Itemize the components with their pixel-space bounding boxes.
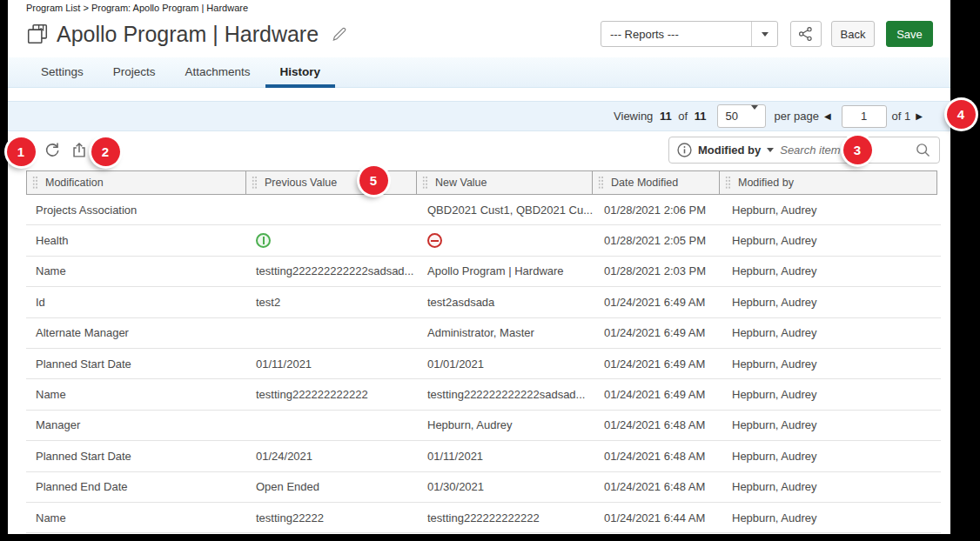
page-size-select[interactable]: 50 bbox=[717, 104, 766, 128]
drag-handle-icon[interactable] bbox=[725, 176, 731, 190]
cell-by: Hepburn, Audrey bbox=[722, 388, 941, 401]
annotation-callout-4: 4 bbox=[947, 100, 976, 129]
refresh-button[interactable] bbox=[43, 141, 62, 160]
cell-by: Hepburn, Audrey bbox=[722, 296, 941, 309]
cell-modification: Alternate Manager bbox=[26, 326, 246, 339]
cell-modification: Id bbox=[26, 296, 246, 309]
reports-dropdown[interactable]: --- Reports --- bbox=[601, 21, 778, 47]
cell-new: test2asdsada bbox=[418, 296, 594, 309]
cell-new: 01/01/2021 bbox=[418, 357, 594, 371]
per-page-label: per page bbox=[775, 110, 819, 123]
cell-modification: Planned Start Date bbox=[26, 450, 246, 463]
table-row: Health01/28/2021 2:05 PMHepburn, Audrey bbox=[26, 225, 941, 256]
column-header-previous-value[interactable]: Previous Value bbox=[245, 170, 417, 195]
export-button[interactable] bbox=[70, 141, 89, 160]
export-icon bbox=[70, 141, 89, 160]
next-page-button[interactable]: ▶ bbox=[910, 111, 928, 121]
tab-attachments[interactable]: Attachments bbox=[171, 57, 265, 88]
search-field-dropdown[interactable]: Modified by bbox=[698, 144, 761, 157]
cell-new: 01/11/2021 bbox=[418, 450, 594, 463]
cell-previous: Open Ended bbox=[246, 480, 418, 493]
annotation-callout-1: 1 bbox=[7, 137, 36, 166]
drag-handle-icon[interactable] bbox=[598, 176, 604, 190]
cell-modification: Planned End Date bbox=[26, 480, 246, 493]
tab-history[interactable]: History bbox=[265, 57, 336, 88]
chevron-down-icon bbox=[751, 105, 758, 123]
tab-settings[interactable]: Settings bbox=[26, 57, 98, 88]
drag-handle-icon[interactable] bbox=[252, 176, 258, 190]
table-row: Nametestting222222222222testting22222222… bbox=[26, 379, 941, 410]
cell-date: 01/24/2021 6:49 AM bbox=[594, 296, 722, 309]
back-button[interactable]: Back bbox=[831, 21, 875, 47]
table-row: Projects AssociationQBD2021 Cust1, QBD20… bbox=[26, 195, 941, 225]
cell-previous: testting22222 bbox=[246, 511, 418, 524]
save-button[interactable]: Save bbox=[886, 21, 933, 47]
cell-modification: Manager bbox=[26, 418, 246, 431]
cell-date: 01/24/2021 6:48 AM bbox=[594, 480, 722, 493]
column-header-modification[interactable]: Modification bbox=[26, 170, 246, 195]
share-button[interactable] bbox=[790, 21, 822, 47]
program-icon bbox=[26, 23, 49, 45]
cell-new: testting222222222222 bbox=[418, 511, 594, 524]
cell-new: 01/30/2021 bbox=[418, 480, 594, 493]
table-header: Modification Previous Value New Value Da… bbox=[26, 170, 941, 195]
cell-previous: testting222222222222 bbox=[246, 388, 418, 401]
cell-previous: 01/24/2021 bbox=[246, 450, 418, 463]
cell-by: Hepburn, Audrey bbox=[722, 204, 941, 217]
cell-new: QBD2021 Cust1, QBD2021 Cu... bbox=[418, 204, 594, 217]
viewing-text: Viewing 11 of 11 bbox=[614, 110, 710, 123]
column-header-new-value[interactable]: New Value bbox=[416, 170, 593, 195]
health-blocked-icon bbox=[427, 233, 442, 248]
page-size-value: 50 bbox=[718, 110, 751, 123]
cell-by: Hepburn, Audrey bbox=[722, 511, 941, 524]
cell-new: testting222222222222sadsad... bbox=[418, 388, 594, 401]
cell-previous: testting222222222222sadsad... bbox=[246, 264, 418, 277]
drag-handle-icon[interactable] bbox=[422, 176, 428, 190]
table-row: Idtest2test2asdsada01/24/2021 6:49 AMHep… bbox=[26, 287, 941, 317]
breadcrumb[interactable]: Program List > Program: Apollo Program |… bbox=[26, 3, 248, 13]
share-icon bbox=[797, 25, 815, 43]
cell-by: Hepburn, Audrey bbox=[722, 450, 941, 463]
cell-date: 01/24/2021 6:49 AM bbox=[594, 326, 722, 339]
search-box: Modified by bbox=[668, 137, 940, 164]
cell-new bbox=[418, 233, 594, 248]
prev-page-button[interactable]: ◀ bbox=[819, 111, 836, 121]
table-row: Planned Start Date01/24/202101/11/202101… bbox=[26, 441, 941, 471]
drag-handle-icon[interactable] bbox=[32, 176, 38, 190]
refresh-icon bbox=[43, 141, 62, 160]
cell-new: Administrator, Master bbox=[418, 326, 594, 339]
cell-date: 01/28/2021 2:06 PM bbox=[594, 204, 722, 217]
info-icon[interactable] bbox=[677, 143, 692, 157]
tab-projects[interactable]: Projects bbox=[98, 57, 171, 88]
annotation-callout-3: 3 bbox=[843, 136, 872, 164]
cell-by: Hepburn, Audrey bbox=[722, 326, 941, 339]
table-row: Planned End DateOpen Ended01/30/202101/2… bbox=[26, 472, 941, 503]
tab-bar: Settings Projects Attachments History bbox=[8, 57, 950, 88]
reports-dropdown-label: --- Reports --- bbox=[601, 28, 751, 41]
cell-new: Apollo Program | Hardware bbox=[418, 264, 594, 277]
search-icon[interactable] bbox=[915, 142, 931, 158]
chevron-down-icon[interactable] bbox=[767, 148, 774, 152]
cell-date: 01/28/2021 2:03 PM bbox=[594, 264, 722, 277]
reports-dropdown-arrow[interactable] bbox=[751, 22, 777, 46]
cell-modification: Name bbox=[26, 388, 246, 401]
cell-date: 01/24/2021 6:48 AM bbox=[594, 418, 722, 431]
page-number-input[interactable] bbox=[842, 105, 887, 128]
cell-date: 01/28/2021 2:05 PM bbox=[594, 234, 722, 247]
of-pages-label: of 1 bbox=[892, 110, 911, 123]
cell-modification: Planned Start Date bbox=[26, 357, 246, 371]
cell-by: Hepburn, Audrey bbox=[722, 264, 941, 277]
column-header-date-modified[interactable]: Date Modified bbox=[592, 170, 720, 195]
table-row: Planned Start Date01/11/202101/01/202101… bbox=[26, 349, 941, 379]
cell-by: Hepburn, Audrey bbox=[722, 418, 941, 431]
edit-title-icon[interactable] bbox=[331, 25, 348, 46]
cell-date: 01/24/2021 6:48 AM bbox=[594, 450, 722, 463]
column-header-modified-by[interactable]: Modified by bbox=[719, 170, 937, 195]
cell-by: Hepburn, Audrey bbox=[722, 480, 941, 493]
health-up-icon bbox=[256, 233, 271, 248]
annotation-callout-5: 5 bbox=[359, 166, 388, 195]
cell-date: 01/24/2021 6:49 AM bbox=[594, 357, 722, 371]
table-row: Nametestting22222testting22222222222201/… bbox=[26, 503, 941, 533]
cell-modification: Name bbox=[26, 264, 246, 277]
table-row: Alternate ManagerAdministrator, Master01… bbox=[26, 318, 941, 349]
